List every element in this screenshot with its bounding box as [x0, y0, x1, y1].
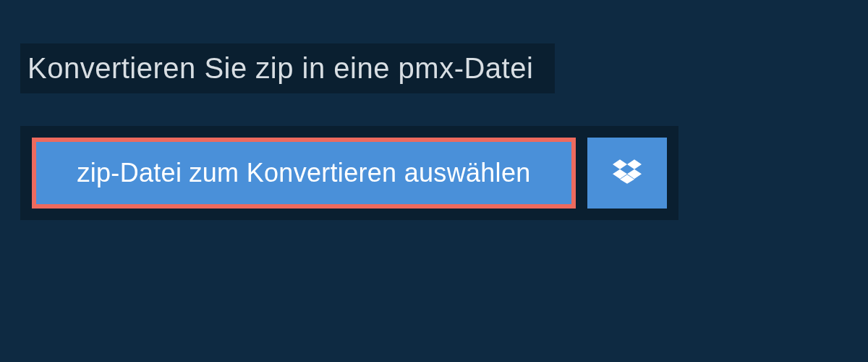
dropbox-icon: [613, 157, 642, 189]
select-file-button[interactable]: zip-Datei zum Konvertieren auswählen: [32, 138, 576, 209]
page-title: Konvertieren Sie zip in eine pmx-Datei: [27, 52, 533, 85]
dropbox-button[interactable]: [587, 138, 667, 209]
converter-container: Konvertieren Sie zip in eine pmx-Datei z…: [0, 0, 868, 220]
file-select-panel: zip-Datei zum Konvertieren auswählen: [20, 126, 678, 220]
title-wrap: Konvertieren Sie zip in eine pmx-Datei: [20, 43, 555, 93]
